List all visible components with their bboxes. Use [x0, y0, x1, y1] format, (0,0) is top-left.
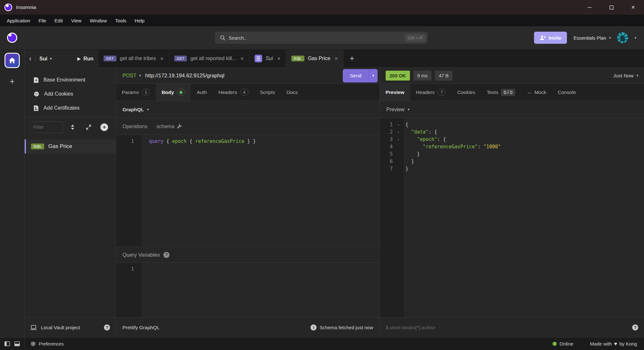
code-content: { [404, 121, 408, 128]
tab-params[interactable]: Params 1 [116, 84, 156, 101]
tab-response-headers[interactable]: Headers 7 [410, 84, 452, 101]
send-button[interactable]: Send [343, 69, 368, 82]
back-button[interactable]: ‹ [29, 55, 31, 62]
sidebar: Base Environment Add Cookies Add Certifi… [25, 68, 116, 337]
search-input[interactable] [229, 35, 402, 41]
params-count: 1 [142, 89, 150, 96]
tab-cookies[interactable]: Cookies [452, 84, 481, 101]
tab-label: Params [122, 89, 139, 95]
json-line: 5 } [380, 151, 644, 158]
help-icon[interactable]: ? [104, 324, 110, 331]
menu-edit[interactable]: Edit [51, 18, 67, 23]
add-request-button[interactable]: + [98, 123, 111, 131]
tab-scripts[interactable]: Scripts [254, 84, 281, 101]
avatar[interactable] [617, 32, 628, 43]
tab-get-all-reported-kills[interactable]: GET get all reported kill... ✕ [169, 50, 249, 67]
tab-get-all-the-tribes[interactable]: GET get all the tribes ✕ [98, 50, 169, 67]
search-icon [220, 35, 225, 41]
new-organization-button[interactable]: + [10, 77, 14, 85]
fold-caret-icon[interactable]: ▾ [393, 136, 404, 143]
menu-file[interactable]: File [34, 18, 50, 23]
sidebar-item-add-cookies[interactable]: Add Cookies [25, 87, 116, 101]
schema-dropdown[interactable]: schema [156, 124, 182, 129]
tab-preview[interactable]: Preview [380, 84, 410, 101]
toggle-sidebar-icon[interactable] [4, 341, 10, 346]
account-chevron-down-icon[interactable]: ▾ [634, 36, 636, 40]
preview-mode-dropdown[interactable]: Preview ▾ [380, 101, 644, 118]
query-variables-editor[interactable]: 1 [116, 263, 380, 317]
close-tab-icon[interactable]: ✕ [160, 56, 164, 61]
tab-auth[interactable]: Auth [191, 84, 213, 101]
menu-window[interactable]: Window [86, 18, 111, 23]
insomnia-window: Insomnia ✕ Application File Edit View Wi… [0, 0, 644, 350]
response-filter-input[interactable] [386, 325, 628, 331]
preferences-button[interactable]: Preferences [25, 341, 64, 346]
tab-console[interactable]: Console [552, 84, 582, 101]
tab-body[interactable]: Body [156, 84, 191, 101]
tab-headers[interactable]: Headers 4 [213, 84, 254, 101]
maximize-button[interactable] [601, 0, 622, 15]
json-punct: } [405, 166, 408, 172]
minimize-button[interactable] [579, 0, 601, 15]
menu-help[interactable]: Help [130, 18, 149, 23]
method-dropdown[interactable]: POST ▾ [122, 73, 141, 79]
person-plus-icon [540, 35, 546, 40]
tab-mock[interactable]: → Mock [521, 84, 552, 101]
tab-gas-price[interactable]: GQL Gas Price ✕ [286, 50, 343, 68]
code-content: } [404, 165, 408, 173]
help-icon[interactable]: ? [163, 252, 169, 258]
tab-environment-sui[interactable]: Sui ✕ [249, 50, 286, 67]
chevron-down-icon: ▾ [372, 74, 374, 78]
menu-application[interactable]: Application [3, 18, 34, 23]
new-tab-button[interactable]: + [343, 50, 361, 67]
schema-label: schema [156, 124, 174, 129]
send-options-button[interactable]: ▾ [368, 69, 378, 82]
by-kong-label: by Kong [619, 341, 637, 346]
workspace-dropdown[interactable]: Sui ▾ [39, 56, 51, 62]
global-search[interactable]: Ctrl + P [215, 32, 428, 44]
json-line: 4 "referenceGasPrice": "1000" [380, 143, 644, 151]
request-list-item-gas-price[interactable]: GQL Gas Price [25, 139, 116, 153]
home-button[interactable] [4, 53, 20, 68]
code-line: 1 [116, 266, 380, 273]
content: Base Environment Add Cookies Add Certifi… [25, 68, 644, 337]
body-type-dropdown[interactable]: GraphQL ▾ [116, 101, 380, 118]
tab-label: Preview [386, 89, 404, 95]
close-button[interactable]: ✕ [622, 0, 644, 15]
made-with-label: Made with [590, 341, 612, 346]
fold-caret-icon[interactable]: ▾ [393, 128, 404, 136]
response-body-viewer[interactable]: 1▾{ 2▾ "data": { 3▾ "epoch": { 4 "refere… [380, 118, 644, 317]
run-button[interactable]: ▶ Run [77, 56, 93, 62]
url-input[interactable]: http://172.19.194.62:9125/graphql [145, 73, 224, 79]
close-tab-icon[interactable]: ✕ [334, 56, 338, 61]
toggle-panel-icon[interactable] [14, 341, 20, 346]
method-badge: GET [104, 56, 116, 61]
close-tab-icon[interactable]: ✕ [240, 56, 244, 61]
help-icon[interactable]: ? [632, 324, 638, 331]
menu-tools[interactable]: Tools [111, 18, 130, 23]
sort-button[interactable] [66, 125, 79, 130]
response-history-dropdown[interactable]: Just Now ▾ [613, 73, 638, 79]
fold-caret-icon[interactable]: ▾ [393, 121, 404, 128]
expand-all-button[interactable] [82, 125, 95, 130]
filter-input[interactable] [30, 121, 63, 133]
json-punct: { [405, 122, 408, 128]
request-name: Gas Price [48, 143, 72, 150]
sidebar-item-base-environment[interactable]: Base Environment [25, 73, 116, 87]
online-status[interactable]: Online [553, 341, 573, 346]
json-key: "referenceGasPrice" [405, 144, 478, 150]
plan-dropdown[interactable]: Essentials Plan ▾ [573, 35, 611, 41]
graphql-query-editor[interactable]: 1 query { epoch { referenceGasPrice } } [116, 135, 380, 247]
prettify-button[interactable]: Prettify GraphQL [122, 325, 160, 331]
tab-docs[interactable]: Docs [281, 84, 303, 101]
invite-button[interactable]: Invite [534, 32, 567, 44]
preview-mode-label: Preview [386, 107, 404, 113]
sidebar-item-add-certificates[interactable]: Add Certificates [25, 101, 116, 115]
menu-view[interactable]: View [67, 18, 85, 23]
close-tab-icon[interactable]: ✕ [277, 56, 281, 61]
invite-label: Invite [549, 35, 561, 41]
json-line: 3▾ "epoch": { [380, 136, 644, 143]
tab-tests[interactable]: Tests 0 / 0 [481, 84, 521, 101]
tab-label: Auth [197, 89, 207, 95]
sidebar-footer[interactable]: Local Vault project ? [25, 317, 116, 337]
